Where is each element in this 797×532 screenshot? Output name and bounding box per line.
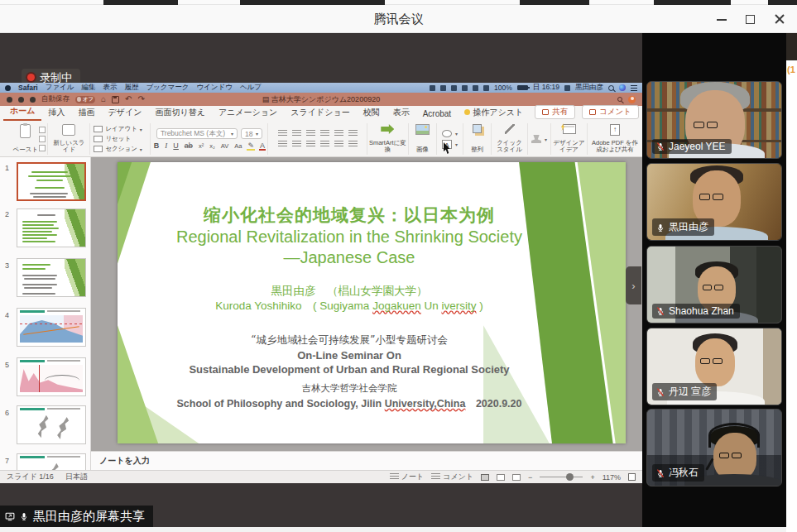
numbering-icon[interactable] — [292, 130, 301, 137]
new-slide-icon[interactable] — [62, 124, 75, 136]
character-spacing-icon[interactable]: AV — [219, 142, 230, 150]
comments-button[interactable]: コメント — [582, 105, 639, 119]
zoom-level[interactable]: 117% — [603, 473, 621, 482]
bullets-icon[interactable] — [278, 130, 287, 137]
section-button[interactable]: セクション▾ — [94, 145, 142, 153]
tab-transitions[interactable]: 画面切り替え — [148, 105, 211, 121]
share-button[interactable]: 共有 — [535, 105, 575, 119]
zoom-out-button[interactable]: − — [528, 473, 532, 482]
tab-design[interactable]: デザイン — [101, 105, 148, 121]
italic-icon[interactable]: I — [163, 141, 169, 150]
stats-icon[interactable] — [440, 85, 446, 91]
arrange-icon[interactable] — [473, 124, 482, 133]
cut-icon[interactable] — [39, 127, 46, 133]
format-painter-icon[interactable] — [39, 145, 46, 151]
tab-review[interactable]: 校閲 — [357, 105, 386, 121]
mac-close-icon[interactable] — [7, 97, 12, 103]
slide-thumbnail-1[interactable] — [17, 162, 86, 201]
menu-file[interactable]: ファイル — [46, 83, 74, 93]
menu-bookmarks[interactable]: ブックマーク — [146, 83, 189, 93]
panel-expand-handle[interactable]: › — [626, 266, 641, 304]
notes-pane[interactable]: ノートを入力 — [91, 451, 642, 470]
tab-slideshow[interactable]: スライドショー — [284, 105, 356, 121]
menu-window[interactable]: ウインドウ — [196, 83, 233, 93]
maximize-button[interactable] — [745, 13, 756, 25]
new-slide-label[interactable]: 新しいスライド — [51, 140, 86, 154]
zoom-slider-knob[interactable] — [566, 473, 574, 481]
participant-tile-2[interactable]: 黒田由彦 — [646, 163, 782, 241]
zoom-slider[interactable] — [540, 477, 583, 477]
paste-label[interactable]: ペースト — [12, 146, 38, 154]
underline-icon[interactable]: U — [171, 141, 180, 150]
picture-label[interactable]: 画像 — [416, 146, 429, 154]
ppt-search-icon[interactable] — [617, 97, 622, 102]
align-center-icon[interactable] — [292, 141, 301, 148]
adobe-pdf-icon[interactable] — [610, 124, 620, 136]
quick-styles-label[interactable]: クイックスタイル — [494, 140, 526, 154]
comments-toggle[interactable]: コメント — [431, 472, 473, 482]
notification-center-icon[interactable] — [631, 85, 637, 91]
copy-icon[interactable] — [39, 136, 46, 142]
home-icon[interactable]: ⌂ — [101, 95, 106, 103]
line-spacing-icon[interactable] — [334, 130, 343, 137]
smartart-label[interactable]: SmartArtに変換 — [368, 140, 406, 154]
quick-styles-icon[interactable] — [505, 124, 515, 134]
fit-slide-icon[interactable] — [628, 473, 636, 481]
slide-thumbnail-3[interactable] — [17, 258, 86, 297]
font-size-input[interactable]: 18▾ — [241, 128, 262, 139]
align-text-icon[interactable] — [348, 141, 358, 148]
tab-home[interactable]: ホーム — [3, 103, 41, 121]
apple-menu-icon[interactable] — [5, 85, 11, 91]
volume-icon[interactable] — [483, 85, 489, 91]
indent-decrease-icon[interactable] — [306, 130, 315, 137]
columns-icon[interactable] — [334, 141, 343, 148]
align-left-icon[interactable] — [278, 141, 287, 148]
strikethrough-icon[interactable]: ab — [183, 141, 194, 150]
smartart-icon[interactable] — [381, 124, 394, 134]
menu-history[interactable]: 履歴 — [124, 83, 138, 93]
participant-tile-5[interactable]: 冯秋石 — [646, 409, 782, 486]
slide-thumbnail-5[interactable] — [17, 357, 86, 396]
undo-icon[interactable]: ↶ — [125, 95, 132, 103]
bluetooth-icon[interactable] — [462, 85, 468, 91]
tab-view[interactable]: 表示 — [386, 105, 416, 121]
picture-icon[interactable] — [415, 124, 430, 135]
indent-increase-icon[interactable] — [320, 130, 329, 137]
subscript-icon[interactable]: x₂ — [208, 142, 217, 150]
current-slide[interactable]: 缩小化社会的地域复兴：以日本为例 Regional Revitalization… — [118, 162, 626, 443]
close-button[interactable] — [774, 13, 785, 25]
font-name-input[interactable]: Trebuchet MS (本文)▾ — [156, 128, 238, 139]
shapes-icon[interactable] — [442, 130, 452, 137]
notes-toggle[interactable]: ノート — [390, 472, 424, 482]
autosave-toggle[interactable]: オフ — [75, 96, 95, 103]
menu-view[interactable]: 表示 — [103, 83, 117, 93]
slide-thumbnail-6[interactable] — [17, 405, 86, 444]
font-color-icon[interactable]: A — [258, 141, 266, 150]
redo-icon[interactable]: ↷ — [137, 95, 144, 103]
adobe-pdf-label[interactable]: Adobe PDF を作成および共有 — [589, 140, 641, 154]
tab-tell-me[interactable]: 操作アシスト — [458, 105, 530, 121]
participant-tile-3[interactable]: Shaohua Zhan — [646, 246, 782, 324]
slide-thumbnail-2[interactable] — [17, 208, 86, 247]
layout-button[interactable]: レイアウト▾ — [94, 125, 142, 133]
tab-acrobat[interactable]: Acrobat — [416, 108, 458, 121]
design-ideas-label[interactable]: デザインアイデア — [553, 140, 586, 154]
design-ideas-icon[interactable] — [563, 124, 576, 134]
mac-minimize-icon[interactable] — [18, 97, 24, 103]
arrange-label[interactable]: 整列 — [471, 146, 483, 154]
ppt-account-icon[interactable] — [628, 96, 636, 103]
slide-thumbnail-7[interactable] — [17, 453, 86, 470]
highlight-color-icon[interactable]: ✎ — [246, 141, 256, 150]
menu-help[interactable]: ヘルプ — [240, 83, 262, 93]
menu-edit[interactable]: 編集 — [81, 83, 95, 93]
slideshow-view-icon[interactable] — [512, 474, 521, 481]
normal-view-icon[interactable] — [481, 474, 489, 481]
change-case-icon[interactable]: Aa — [233, 142, 243, 150]
language-indicator[interactable]: 日本語 — [65, 472, 88, 482]
menubar-account-name[interactable]: 黒田由彦 — [575, 83, 603, 93]
menubar-app-name[interactable]: Safari — [18, 84, 38, 92]
mac-zoom-icon[interactable] — [30, 97, 36, 103]
dropbox-icon[interactable] — [430, 85, 435, 91]
format-stamp-icon[interactable] — [531, 135, 541, 143]
zoom-in-button[interactable]: + — [590, 473, 594, 482]
